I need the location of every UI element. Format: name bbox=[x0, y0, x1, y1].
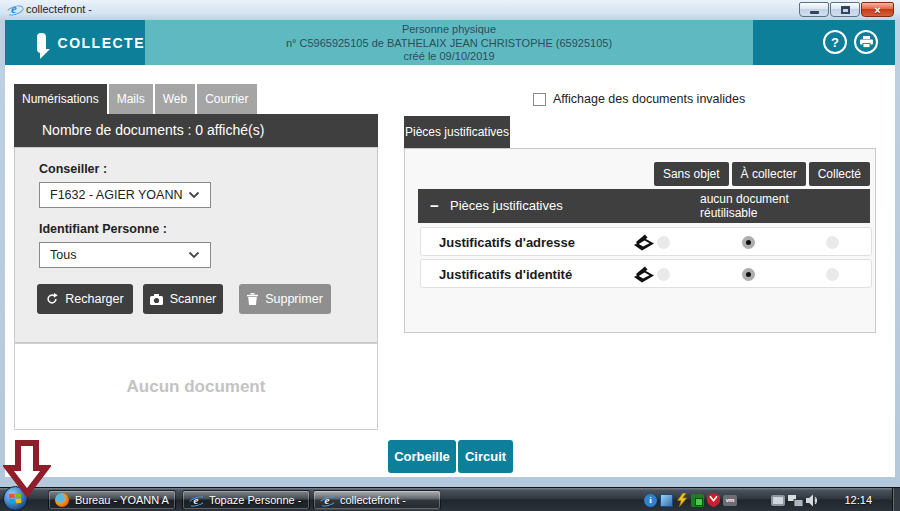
state-buttons: Sans objet À collecter Collecté bbox=[654, 162, 870, 186]
printer-icon bbox=[860, 36, 873, 48]
speech-bubble-icon bbox=[37, 33, 46, 53]
identifiant-label: Identifiant Personne : bbox=[39, 222, 167, 236]
recharger-label: Recharger bbox=[65, 292, 123, 306]
sans-objet-button[interactable]: Sans objet bbox=[654, 162, 729, 186]
corbeille-button[interactable]: Corbeille bbox=[388, 440, 456, 473]
flash-icon[interactable] bbox=[676, 493, 688, 507]
chevron-down-icon bbox=[188, 191, 200, 199]
radio-a-collecter-selected[interactable] bbox=[742, 236, 755, 249]
taskbar-item-label: Topaze Personne - bbox=[209, 494, 301, 506]
header-actions: ? bbox=[753, 20, 895, 65]
tab-mails[interactable]: Mails bbox=[109, 84, 153, 114]
scanner-device-icon[interactable] bbox=[633, 233, 655, 251]
taskbar-clock[interactable]: 12:14 bbox=[844, 488, 872, 511]
display-settings-icon[interactable] bbox=[660, 494, 673, 507]
group-note: aucun document réutilisable bbox=[700, 192, 820, 220]
left-tabs: Numérisations Mails Web Courrier bbox=[14, 84, 257, 114]
volume-icon[interactable] bbox=[806, 494, 820, 507]
document-count-bar: Nombre de documents : 0 affiché(s) bbox=[14, 114, 378, 147]
collecte-button[interactable]: Collecté bbox=[809, 162, 870, 186]
taskbar-item-topaze[interactable]: e Topaze Personne - bbox=[182, 490, 310, 510]
vm-glyph: vm bbox=[723, 495, 737, 506]
tab-courrier[interactable]: Courrier bbox=[197, 84, 256, 114]
maximize-icon bbox=[841, 6, 850, 14]
group-header: − Pièces justificatives aucun document r… bbox=[418, 189, 870, 223]
tab-label: Mails bbox=[117, 92, 145, 106]
maximize-button[interactable] bbox=[830, 2, 860, 17]
print-button[interactable] bbox=[854, 30, 878, 54]
pieces-panel: Sans objet À collecter Collecté − Pièces… bbox=[404, 148, 876, 333]
person-summary: Personne physique n° C5965925105 de BATH… bbox=[145, 20, 753, 65]
person-type: Personne physique bbox=[145, 23, 753, 37]
tab-label: Pièces justificatives bbox=[405, 125, 509, 139]
app-header: COLLECTE Personne physique n° C596592510… bbox=[5, 20, 895, 65]
row-label: Justificatifs d'identité bbox=[439, 267, 572, 282]
conseiller-value: F1632 - AGIER YOANN bbox=[50, 188, 182, 202]
window-content: COLLECTE Personne physique n° C596592510… bbox=[5, 20, 895, 477]
internet-explorer-icon: e bbox=[320, 493, 334, 507]
chevron-down-icon bbox=[188, 251, 200, 259]
screen: e collectefront - × COLLECTE Personne ph… bbox=[0, 0, 900, 511]
conseiller-select[interactable]: F1632 - AGIER YOANN bbox=[39, 182, 211, 208]
identifiant-select[interactable]: Tous bbox=[39, 242, 211, 268]
info-glyph: i bbox=[644, 494, 657, 507]
red-arrow-annotation bbox=[3, 440, 51, 500]
info-icon[interactable]: i bbox=[644, 494, 657, 507]
taskbar-item-bureau[interactable]: Bureau - YOANN AG... bbox=[48, 490, 176, 510]
network-icon[interactable] bbox=[788, 494, 803, 507]
tab-label: Web bbox=[163, 92, 187, 106]
app-name: COLLECTE bbox=[58, 35, 145, 51]
app-logo: COLLECTE bbox=[5, 20, 145, 65]
minimize-icon bbox=[810, 11, 819, 14]
refresh-icon bbox=[46, 293, 58, 305]
scanner-button[interactable]: Scanner bbox=[143, 284, 223, 314]
show-desktop-button[interactable] bbox=[892, 488, 900, 511]
tab-web[interactable]: Web bbox=[155, 84, 195, 114]
radio-sans-objet[interactable] bbox=[657, 236, 670, 249]
radio-a-collecter-selected[interactable] bbox=[742, 268, 755, 281]
invalid-docs-label: Affichage des documents invalides bbox=[553, 92, 745, 106]
scanner-device-icon[interactable] bbox=[633, 265, 655, 283]
recharger-button[interactable]: Recharger bbox=[37, 284, 133, 314]
titlebar[interactable]: e collectefront - × bbox=[0, 0, 900, 20]
window-title: collectefront - bbox=[26, 3, 92, 15]
mcafee-shield-icon[interactable] bbox=[707, 493, 720, 507]
identifiant-value: Tous bbox=[50, 248, 76, 262]
invalid-docs-row: Affichage des documents invalides bbox=[533, 92, 745, 106]
scanner-label: Scanner bbox=[170, 292, 217, 306]
help-button[interactable]: ? bbox=[823, 30, 847, 54]
green-apps-icon[interactable] bbox=[691, 494, 704, 507]
invalid-docs-checkbox[interactable] bbox=[533, 93, 546, 106]
a-collecter-button[interactable]: À collecter bbox=[732, 162, 806, 186]
conseiller-label: Conseiller : bbox=[39, 162, 107, 176]
document-list-empty: Aucun document bbox=[14, 343, 378, 430]
taskbar: Bureau - YOANN AG... e Topaze Personne -… bbox=[0, 487, 900, 511]
vm-icon[interactable]: vm bbox=[723, 495, 737, 506]
help-icon: ? bbox=[831, 35, 839, 50]
empty-message: Aucun document bbox=[127, 377, 266, 396]
radio-sans-objet[interactable] bbox=[657, 268, 670, 281]
supprimer-button[interactable]: Supprimer bbox=[239, 284, 331, 314]
radio-collecte[interactable] bbox=[826, 268, 839, 281]
radio-collecte[interactable] bbox=[826, 236, 839, 249]
imaging-icon[interactable] bbox=[771, 495, 785, 506]
tab-label: Numérisations bbox=[22, 92, 99, 106]
row-label: Justificatifs d'adresse bbox=[439, 235, 575, 250]
trash-icon bbox=[247, 293, 258, 305]
person-created: créé le 09/10/2019 bbox=[145, 50, 753, 64]
collapse-icon[interactable]: − bbox=[430, 197, 439, 214]
minimize-button[interactable] bbox=[799, 2, 829, 17]
taskbar-item-collectefront[interactable]: e collectefront - bbox=[313, 490, 441, 510]
system-tray: i vm bbox=[641, 488, 820, 511]
internet-explorer-icon: e bbox=[189, 493, 203, 507]
close-icon: × bbox=[874, 4, 880, 16]
table-row-justificatifs-adresse: Justificatifs d'adresse bbox=[420, 227, 872, 256]
tab-numerisations[interactable]: Numérisations bbox=[14, 84, 107, 114]
tab-pieces-justificatives[interactable]: Pièces justificatives bbox=[404, 116, 510, 148]
taskbar-item-label: collectefront - bbox=[340, 494, 406, 506]
person-ref: n° C5965925105 de BATHELAIX JEAN CHRISTO… bbox=[145, 37, 753, 51]
taskbar-item-label: Bureau - YOANN AG... bbox=[75, 494, 169, 506]
close-button[interactable]: × bbox=[861, 2, 894, 17]
circuit-button[interactable]: Circuit bbox=[458, 440, 513, 473]
camera-icon bbox=[150, 294, 163, 305]
